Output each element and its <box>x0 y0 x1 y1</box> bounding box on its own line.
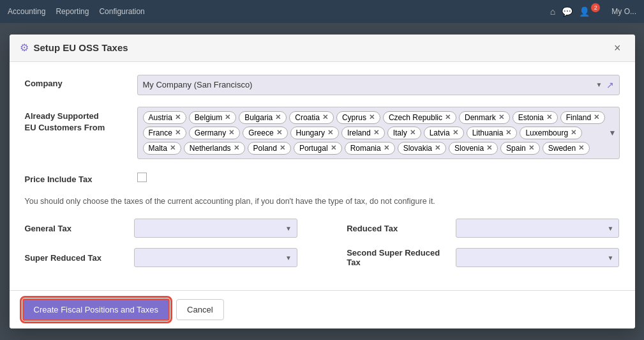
list-item: Germany✕ <box>189 127 240 139</box>
tag-remove-icon[interactable]: ✕ <box>228 128 234 137</box>
tag-remove-icon[interactable]: ✕ <box>384 144 389 152</box>
tag-remove-icon[interactable]: ✕ <box>369 113 375 121</box>
tag-remove-icon[interactable]: ✕ <box>175 113 181 121</box>
dialog-header: ⚙ Setup EU OSS Taxes × <box>10 35 635 62</box>
tag-remove-icon[interactable]: ✕ <box>435 144 440 152</box>
topbar-configuration[interactable]: Configuration <box>99 7 144 16</box>
price-include-tax-row: Price Include Tax <box>25 171 620 184</box>
tag-remove-icon[interactable]: ✕ <box>453 128 458 137</box>
tag-remove-icon[interactable]: ✕ <box>594 113 599 121</box>
tag-remove-icon[interactable]: ✕ <box>578 144 584 152</box>
list-item: Denmark✕ <box>459 111 510 124</box>
dialog-close-button[interactable]: × <box>610 41 625 55</box>
dialog-icon: ⚙ <box>20 42 29 54</box>
my-label[interactable]: My O... <box>611 7 636 16</box>
company-dropdown-arrow: ▼ <box>596 81 603 88</box>
list-item: Luxembourg✕ <box>520 127 582 139</box>
tag-remove-icon[interactable]: ✕ <box>546 113 552 121</box>
general-tax-select[interactable]: ▼ <box>134 219 297 238</box>
company-select[interactable]: My Company (San Francisco) ▼ ↗ <box>137 75 620 95</box>
setup-oss-taxes-dialog: ⚙ Setup EU OSS Taxes × Company My Compan… <box>10 35 635 329</box>
chat-icon[interactable]: 💬 <box>562 6 573 17</box>
list-item: Poland✕ <box>248 142 291 155</box>
tag-remove-icon[interactable]: ✕ <box>498 113 504 121</box>
super-reduced-tax-select[interactable]: ▼ <box>134 248 297 267</box>
company-label: Company <box>25 75 127 88</box>
dialog-title: Setup EU OSS Taxes <box>34 42 128 53</box>
dialog-body: Company My Company (San Francisco) ▼ ↗ A… <box>10 62 635 291</box>
reduced-tax-label: Reduced Tax <box>347 224 446 233</box>
tag-remove-icon[interactable]: ✕ <box>170 144 176 152</box>
price-include-tax-label: Price Include Tax <box>25 171 127 184</box>
list-item: Netherlands✕ <box>184 142 245 155</box>
info-text: You should only choose the taxes of the … <box>25 196 620 208</box>
super-reduced-tax-label: Super Reduced Tax <box>25 253 124 263</box>
tag-remove-icon[interactable]: ✕ <box>373 128 379 137</box>
dialog-title-row: ⚙ Setup EU OSS Taxes <box>20 42 128 54</box>
topbar-icons: ⌂ 💬 👤 2 My O... <box>550 6 636 17</box>
tag-remove-icon[interactable]: ✕ <box>327 128 333 137</box>
second-super-reduced-tax-select[interactable]: ▼ <box>456 248 619 267</box>
tag-remove-icon[interactable]: ✕ <box>322 113 328 121</box>
list-item: Cyprus✕ <box>336 111 380 124</box>
company-field: My Company (San Francisco) ▼ ↗ <box>137 75 620 95</box>
price-include-tax-field <box>137 173 620 182</box>
list-item: Austria✕ <box>143 111 186 124</box>
company-external-link-icon[interactable]: ↗ <box>606 80 614 90</box>
create-fiscal-positions-button[interactable]: Create Fiscal Positions and Taxes <box>22 298 170 321</box>
list-item: Malta✕ <box>143 142 181 155</box>
super-reduced-tax-arrow: ▼ <box>285 254 292 261</box>
tag-remove-icon[interactable]: ✕ <box>275 113 281 121</box>
list-item: Italy✕ <box>387 127 421 139</box>
tag-remove-icon[interactable]: ✕ <box>528 144 534 152</box>
list-item: Slovenia✕ <box>449 142 498 155</box>
eu-customers-label: Already Supported EU Customers From <box>25 107 127 134</box>
topbar: Accounting Reporting Configuration ⌂ 💬 👤… <box>0 0 644 23</box>
list-item: France✕ <box>143 127 186 139</box>
list-item: Lithuania✕ <box>467 127 518 139</box>
list-item: Estonia✕ <box>513 111 558 124</box>
home-icon[interactable]: ⌂ <box>550 6 555 17</box>
list-item: Latvia✕ <box>424 127 464 139</box>
cancel-button[interactable]: Cancel <box>176 299 223 320</box>
second-super-reduced-tax-label: Second Super Reduced Tax <box>347 248 446 267</box>
company-row: Company My Company (San Francisco) ▼ ↗ <box>25 75 620 95</box>
topbar-reporting[interactable]: Reporting <box>56 7 89 16</box>
tags-container[interactable]: Austria✕Belgium✕Bulgaria✕Croatia✕Cyprus✕… <box>137 107 620 159</box>
user-icon[interactable]: 👤 <box>579 6 590 17</box>
list-item: Finland✕ <box>560 111 605 124</box>
list-item: Czech Republic✕ <box>383 111 456 124</box>
list-item: Belgium✕ <box>189 111 236 124</box>
eu-customers-field: Austria✕Belgium✕Bulgaria✕Croatia✕Cyprus✕… <box>137 107 620 159</box>
tags-scroll-indicator: ▼ <box>609 128 617 137</box>
tag-remove-icon[interactable]: ✕ <box>445 113 451 121</box>
list-item: Spain✕ <box>500 142 540 155</box>
tag-remove-icon[interactable]: ✕ <box>175 128 181 137</box>
price-include-tax-checkbox[interactable] <box>137 173 147 182</box>
tag-remove-icon[interactable]: ✕ <box>331 144 336 152</box>
list-item: Slovakia✕ <box>398 142 446 155</box>
tag-remove-icon[interactable]: ✕ <box>571 128 576 137</box>
notification-badge: 2 <box>591 3 600 12</box>
second-super-reduced-tax-arrow: ▼ <box>608 254 614 261</box>
general-tax-label: General Tax <box>25 224 124 233</box>
general-reduced-tax-row: General Tax ▼ Reduced Tax ▼ <box>25 219 620 238</box>
tag-remove-icon[interactable]: ✕ <box>276 128 282 137</box>
tag-remove-icon[interactable]: ✕ <box>280 144 285 152</box>
eu-customers-row: Already Supported EU Customers From Aust… <box>25 107 620 159</box>
list-item: Portugal✕ <box>294 142 342 155</box>
tag-remove-icon[interactable]: ✕ <box>225 113 230 121</box>
list-item: Ireland✕ <box>341 127 385 139</box>
list-item: Hungary✕ <box>290 127 339 139</box>
modal-overlay: ⚙ Setup EU OSS Taxes × Company My Compan… <box>0 23 644 340</box>
list-item: Sweden✕ <box>543 142 590 155</box>
reduced-tax-arrow: ▼ <box>608 225 614 232</box>
tag-remove-icon[interactable]: ✕ <box>486 144 492 152</box>
tag-remove-icon[interactable]: ✕ <box>505 128 511 137</box>
topbar-accounting[interactable]: Accounting <box>8 7 45 16</box>
company-select-value: My Company (San Francisco) <box>143 80 596 89</box>
tag-remove-icon[interactable]: ✕ <box>410 128 416 137</box>
super-reduced-tax-row: Super Reduced Tax ▼ Second Super Reduced… <box>25 248 620 267</box>
tag-remove-icon[interactable]: ✕ <box>234 144 239 152</box>
reduced-tax-select[interactable]: ▼ <box>456 219 619 238</box>
